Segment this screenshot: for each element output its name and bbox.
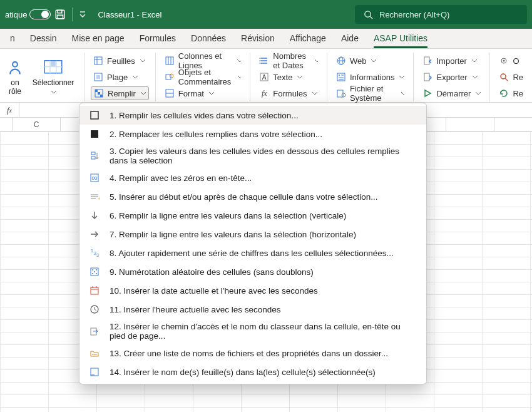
plage-button[interactable]: Plage [91, 70, 149, 84]
svg-rect-12 [95, 57, 102, 64]
svg-point-31 [260, 58, 261, 59]
refresh-icon [499, 88, 509, 98]
remplir-button[interactable]: Remplir [91, 86, 149, 100]
menu-item-3[interactable]: 3. Copier les valeurs dans les cellules … [79, 143, 426, 168]
svg-rect-11 [51, 61, 56, 66]
formules-button[interactable]: fx Formules [257, 86, 320, 100]
svg-point-71 [96, 269, 97, 270]
informations-button[interactable]: Informations [334, 70, 407, 84]
chevron-down-icon [237, 59, 241, 63]
svg-rect-19 [98, 92, 100, 95]
svg-point-74 [96, 273, 97, 274]
svg-marker-48 [425, 90, 431, 96]
objects-icon [165, 72, 175, 82]
series-icon: 123 [88, 247, 101, 259]
menu-item-14[interactable]: 14. Insérer le nom de(s) feuille(s) dans… [79, 363, 426, 381]
texte-button[interactable]: A Texte [257, 70, 320, 84]
exporter-button[interactable]: Exporter [420, 70, 483, 84]
insert-text-icon: + [88, 190, 101, 203]
menu-item-4[interactable]: 00 4. Remplir avec les zéros en en-tête.… [79, 168, 426, 187]
tab-mise-en-page[interactable]: Mise en page [64, 29, 132, 48]
random-icon [88, 265, 101, 278]
fichier-systeme-button[interactable]: Fichier et Système [334, 86, 407, 100]
menu-item-6[interactable]: 6. Remplir la ligne entre les valeurs da… [79, 206, 426, 225]
format-button[interactable]: Format [162, 86, 244, 100]
menu-item-1[interactable]: 1. Remplir les cellules vides dans votre… [79, 106, 426, 125]
menu-item-10[interactable]: 10. Insérer la date actuelle et l'heure … [79, 281, 426, 300]
svg-point-33 [260, 63, 261, 64]
chevron-down-icon [399, 76, 404, 79]
svg-rect-21 [166, 57, 173, 64]
fx-icon: fx [259, 88, 269, 98]
svg-rect-2 [58, 15, 63, 19]
search-placeholder: Rechercher (Alt+Q) [379, 10, 449, 19]
web-button[interactable]: Web [334, 54, 407, 68]
importer-button[interactable]: Importer [420, 54, 483, 68]
reload-button[interactable]: Re [496, 86, 526, 100]
menu-item-13[interactable]: 13. Créer une liste de noms de fichiers … [79, 344, 426, 363]
info-icon [336, 72, 346, 82]
clock-icon [88, 303, 101, 316]
window-title: Classeur1 - Excel [98, 10, 161, 19]
qat-customize[interactable] [79, 11, 86, 18]
system-icon [336, 88, 346, 98]
search-box[interactable]: Rechercher (Alt+Q) [355, 5, 527, 24]
col-header[interactable]: C [13, 118, 61, 131]
fx-label[interactable]: fx [0, 105, 19, 115]
chevron-down-icon [209, 92, 214, 95]
tab-formules[interactable]: Formules [132, 29, 183, 48]
tab-partial[interactable]: n [3, 29, 23, 48]
selectionner-button[interactable]: Sélectionner [29, 53, 78, 101]
tab-donnees[interactable]: Données [183, 29, 233, 48]
search-icon [364, 10, 373, 19]
svg-line-5 [370, 16, 372, 19]
feuilles-button[interactable]: Feuilles [91, 54, 149, 68]
svg-point-25 [170, 74, 173, 78]
colonnes-lignes-button[interactable]: Colonnes et Lignes [162, 54, 244, 68]
remplir-menu: 1. Remplir les cellules vides dans votre… [79, 103, 427, 384]
control-big0[interactable]: onrôle [6, 53, 24, 101]
tab-affichage[interactable]: Affichage [282, 29, 334, 48]
svg-rect-56 [91, 157, 95, 159]
svg-text:A: A [262, 74, 267, 81]
options-button[interactable]: O [496, 54, 526, 68]
chevron-down-icon [140, 59, 145, 63]
tab-dessin[interactable]: Dessin [23, 29, 64, 48]
import-icon [422, 56, 432, 66]
svg-rect-75 [91, 287, 98, 294]
menu-item-8[interactable]: 123 8. Ajouter rapidement une série de c… [79, 244, 426, 262]
search-util-button[interactable]: Re [496, 70, 526, 84]
autosave-toggle[interactable] [29, 9, 51, 19]
menu-item-2[interactable]: 2. Remplacer les cellules remplies dans … [79, 125, 426, 143]
save-button[interactable] [54, 9, 66, 20]
svg-text:3: 3 [96, 253, 99, 257]
svg-point-40 [339, 75, 340, 76]
range-icon [93, 72, 103, 82]
tab-asap-utilities[interactable]: ASAP Utilities [366, 29, 435, 48]
chevron-down-icon [51, 91, 56, 94]
copy-down-icon [88, 150, 101, 162]
chevron-down-icon [315, 59, 318, 63]
tab-revision[interactable]: Révision [233, 29, 282, 48]
col-header[interactable] [446, 118, 494, 131]
tab-aide[interactable]: Aide [334, 29, 366, 48]
nombres-dates-button[interactable]: Nombres et Dates [257, 54, 320, 68]
gear-icon [499, 56, 509, 66]
chevron-down-icon [401, 92, 405, 95]
demarrer-button[interactable]: Démarrer [420, 86, 483, 100]
numbers-icon [259, 56, 269, 66]
menu-item-12[interactable]: 12. Insérer le chemin d'accès et le nom … [79, 319, 426, 344]
svg-point-72 [94, 271, 95, 272]
menu-item-11[interactable]: 11. Insérer l'heure actuelle avec les se… [79, 300, 426, 319]
menu-item-9[interactable]: 9. Numérotation aléatoire des cellules (… [79, 262, 426, 281]
search-icon [499, 72, 509, 82]
menu-item-7[interactable]: 7. Remplir la ligne entre les valeurs da… [79, 225, 426, 244]
export-icon [422, 72, 432, 82]
columns-icon [165, 56, 175, 66]
objets-commentaires-button[interactable]: Objets et Commentaires [162, 70, 244, 84]
menu-item-5[interactable]: + 5. Insérer au début et/ou après de cha… [79, 187, 426, 206]
svg-rect-16 [96, 75, 100, 79]
chevron-down-icon [473, 76, 478, 79]
folder-list-icon [88, 347, 101, 359]
fill-icon [94, 88, 104, 98]
